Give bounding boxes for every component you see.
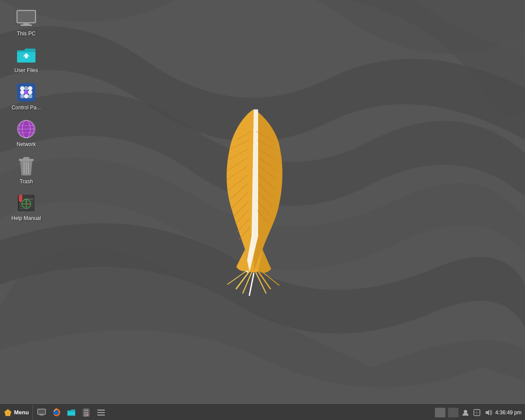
- svg-point-14: [28, 94, 32, 98]
- taskbar-files-icon: [67, 408, 76, 417]
- tray-network-svg: [473, 409, 481, 416]
- help-manual-label: Help Manual: [11, 215, 41, 221]
- start-label: Menu: [14, 409, 29, 416]
- control-panel-label: Control Pa...: [12, 105, 41, 111]
- svg-point-12: [20, 94, 24, 98]
- taskbar-app-calculator[interactable]: [79, 406, 93, 419]
- svg-point-10: [24, 90, 28, 94]
- svg-rect-23: [23, 157, 29, 160]
- svg-rect-4: [21, 24, 32, 26]
- taskbar-more-icon: [97, 408, 105, 417]
- desktop: This PC User Files: [0, 0, 525, 420]
- desktop-icon-this-pc[interactable]: This PC: [2, 4, 50, 40]
- taskbar-indicator-1[interactable]: [435, 408, 445, 417]
- tray-network-icon[interactable]: [472, 408, 481, 417]
- taskbar-app-firefox[interactable]: [49, 406, 63, 419]
- tray-volume-icon[interactable]: [484, 408, 493, 417]
- desktop-icon-control-panel[interactable]: Control Pa...: [2, 78, 50, 114]
- tray-user-icon[interactable]: [461, 408, 470, 417]
- svg-rect-79: [85, 412, 87, 413]
- svg-point-9: [20, 90, 24, 94]
- taskbar-firefox-icon: [52, 408, 61, 417]
- svg-rect-3: [23, 23, 29, 24]
- clock-time: 4:36:49 pm: [495, 410, 522, 416]
- svg-point-13: [24, 94, 28, 98]
- help-manual-icon: [16, 192, 37, 214]
- desktop-background: [0, 0, 525, 420]
- tray-volume-svg: [484, 409, 492, 416]
- svg-point-6: [20, 86, 24, 91]
- svg-rect-2: [18, 11, 35, 22]
- svg-marker-70: [4, 409, 11, 416]
- desktop-icons-container: This PC User Files: [0, 4, 52, 226]
- taskbar: Menu: [0, 404, 525, 420]
- svg-rect-72: [38, 410, 45, 414]
- taskbar-app-monitor[interactable]: [35, 406, 49, 419]
- trash-icon: [16, 156, 37, 177]
- taskbar-monitor-icon: [37, 408, 46, 417]
- user-files-icon: [16, 45, 37, 66]
- svg-point-89: [464, 410, 467, 413]
- network-icon: [16, 119, 37, 140]
- taskbar-tray: 4:36:49 pm: [431, 405, 525, 420]
- svg-rect-82: [85, 413, 87, 414]
- tray-user-svg: [462, 409, 469, 416]
- desktop-icon-trash[interactable]: Trash: [2, 152, 50, 188]
- taskbar-calculator-icon: [82, 408, 91, 417]
- svg-rect-80: [87, 412, 88, 413]
- taskbar-app-files[interactable]: [64, 406, 78, 419]
- start-icon: [4, 408, 12, 417]
- svg-marker-93: [486, 410, 489, 415]
- taskbar-app-more[interactable]: [94, 406, 108, 419]
- svg-rect-85: [85, 415, 87, 416]
- this-pc-icon: [16, 8, 37, 29]
- svg-rect-83: [87, 413, 88, 416]
- svg-rect-77: [84, 410, 88, 411]
- desktop-icon-network[interactable]: Network: [2, 115, 50, 151]
- control-panel-icon: [16, 82, 37, 103]
- trash-label: Trash: [20, 178, 33, 185]
- taskbar-indicator-2[interactable]: [448, 408, 458, 417]
- svg-point-8: [28, 86, 32, 91]
- start-menu-button[interactable]: Menu: [0, 405, 33, 420]
- svg-rect-84: [84, 415, 85, 416]
- svg-rect-29: [19, 195, 22, 201]
- user-files-label: User Files: [14, 67, 38, 74]
- desktop-icon-user-files[interactable]: User Files: [2, 41, 50, 77]
- network-label: Network: [17, 141, 36, 147]
- this-pc-label: This PC: [17, 31, 36, 37]
- taskbar-clock[interactable]: 4:36:49 pm: [495, 410, 522, 416]
- desktop-icon-help-manual[interactable]: Help Manual: [2, 189, 50, 225]
- svg-point-7: [24, 86, 28, 91]
- svg-rect-78: [84, 412, 85, 413]
- taskbar-apps: [33, 405, 431, 420]
- svg-rect-81: [84, 413, 85, 414]
- svg-point-11: [28, 90, 32, 94]
